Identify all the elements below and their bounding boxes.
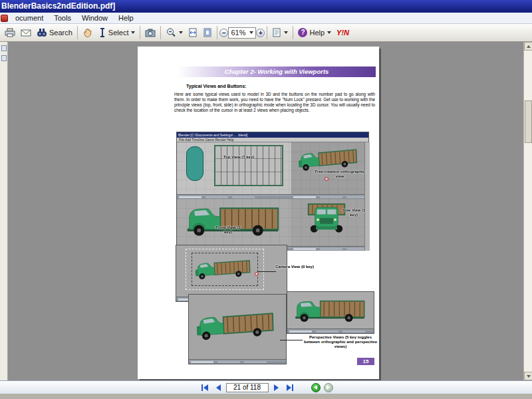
- zoom-increase-button[interactable]: +: [256, 29, 265, 37]
- truck-perspective-view: [194, 304, 279, 348]
- truck-orthographic-view: [291, 296, 368, 325]
- select-tool-button[interactable]: Select: [96, 25, 138, 41]
- toolbar: Search Select − 61% +: [0, 24, 532, 42]
- page-layout-icon: [272, 27, 281, 38]
- scroll-up-button[interactable]: [524, 42, 532, 51]
- printer-icon: [5, 27, 15, 38]
- caption-free-rotation: Free-rotation orthographic view: [311, 170, 368, 179]
- toolbar-separator: [293, 26, 293, 39]
- zoom-decrease-button[interactable]: −: [219, 29, 228, 37]
- next-page-icon: [273, 384, 281, 392]
- next-view-icon: [325, 384, 331, 390]
- viewport-header: [291, 194, 364, 199]
- annotation-line: [257, 271, 276, 272]
- caption-perspective-views: Perspective Views (5 key toggles between…: [301, 335, 380, 349]
- toolbar-separator: [267, 26, 267, 39]
- yahoo-toolbar-button[interactable]: Y!N: [334, 25, 352, 41]
- bookmarks-tab[interactable]: [1, 45, 7, 51]
- search-icon: [37, 27, 47, 38]
- email-icon: [21, 27, 31, 38]
- scrollbar-thumb[interactable]: [525, 100, 532, 143]
- pdf-document-icon: [1, 15, 8, 22]
- toolbar-separator: [160, 26, 161, 39]
- menu-help[interactable]: Help: [113, 13, 139, 23]
- blender-screenshot-perspective-left: [188, 294, 287, 364]
- document-area: Chapter 2- Working with Viewports Typica…: [0, 42, 532, 380]
- page-number-badge: 15: [357, 358, 374, 365]
- fit-width-button[interactable]: [186, 25, 200, 41]
- vertical-scrollbar[interactable]: [523, 42, 532, 380]
- scroll-down-button[interactable]: [524, 372, 532, 380]
- fit-page-button[interactable]: [200, 25, 215, 41]
- caption-top-view: Top View (7 key): [222, 155, 255, 160]
- previous-view-icon: [313, 384, 319, 390]
- next-page-button[interactable]: [272, 382, 281, 393]
- toolbar-separator: [140, 26, 140, 39]
- hand-icon: [82, 27, 93, 38]
- page-number-field[interactable]: [226, 383, 269, 392]
- truck-front-view: [306, 200, 347, 240]
- menu-document[interactable]: ocument: [10, 13, 49, 23]
- fit-width-icon: [188, 27, 198, 38]
- truck-bed-top-view: [214, 145, 283, 186]
- help-label: Help: [309, 29, 325, 37]
- viewport-header: [189, 359, 286, 364]
- caption-camera-view: Camera View (0 key): [275, 265, 315, 269]
- yahoo-logo: Y!N: [336, 29, 349, 37]
- select-label: Select: [108, 29, 129, 37]
- annotation-line: [280, 340, 303, 340]
- blender-screenshot-quad-views: Blender:[C:\Documents and Settings\ ... …: [176, 132, 369, 250]
- camera-icon: [145, 27, 156, 38]
- viewport-top-view: [177, 142, 291, 199]
- section-title: Typical Views and Buttons:: [186, 84, 246, 88]
- body-paragraph: Here are some typical views used to mode…: [174, 92, 375, 113]
- fit-page-icon: [203, 27, 212, 38]
- menu-tools[interactable]: Tools: [49, 13, 76, 23]
- viewport-header: [287, 329, 374, 333]
- email-button[interactable]: [18, 25, 34, 41]
- navigation-pane-strip: [0, 42, 8, 380]
- acrobat-window: BlenderBasics2ndEdition.pdf] ocument Too…: [0, 0, 532, 399]
- previous-view-button[interactable]: [311, 383, 321, 392]
- 3d-cursor: [255, 272, 259, 276]
- first-page-icon: [200, 384, 209, 392]
- pdf-page: Chapter 2- Working with Viewports Typica…: [138, 47, 379, 379]
- chevron-down-icon: [327, 31, 331, 34]
- caption-front-view: Front View (1 key): [211, 225, 245, 235]
- hand-tool-button[interactable]: [80, 25, 96, 41]
- window-title: BlenderBasics2ndEdition.pdf]: [1, 1, 115, 11]
- search-button[interactable]: Search: [34, 25, 75, 41]
- viewport-header: [291, 246, 364, 251]
- toolbar-separator: [217, 26, 217, 39]
- zoom-out-icon: [166, 27, 176, 38]
- blender-menubar: File Add Timeline Game Render Help: [177, 138, 368, 142]
- page-navigation-bar: [0, 380, 532, 394]
- truck-camera-view: [193, 253, 253, 285]
- help-button[interactable]: ? Help: [295, 25, 334, 41]
- viewport-side-view: [291, 199, 364, 251]
- first-page-button[interactable]: [200, 382, 210, 393]
- blender-side-panel: [364, 142, 370, 251]
- zoom-out-tool-button[interactable]: [163, 25, 186, 41]
- last-page-button[interactable]: [285, 382, 295, 393]
- next-view-button[interactable]: [324, 383, 333, 392]
- previous-page-icon: [214, 384, 222, 392]
- viewport-front-view: [177, 199, 291, 251]
- last-page-icon: [285, 384, 295, 392]
- blender-screenshot-perspective-right: [287, 291, 374, 334]
- zoom-level-combobox[interactable]: 61%: [228, 27, 256, 39]
- window-bottom-edge: [0, 394, 532, 399]
- zoom-level-value: 61%: [231, 29, 245, 37]
- snapshot-button[interactable]: [142, 25, 158, 41]
- toolbar-separator: [77, 26, 78, 39]
- print-button[interactable]: [2, 25, 18, 41]
- chevron-down-icon: [284, 31, 288, 34]
- menu-window[interactable]: Window: [76, 13, 113, 23]
- pages-tab[interactable]: [1, 55, 7, 61]
- previous-page-button[interactable]: [213, 382, 223, 393]
- viewport-header: [177, 194, 291, 199]
- caption-side-view: Side View (3 key): [338, 208, 370, 217]
- blender-titlebar: Blender:[C:\Documents and Settings\ ... …: [177, 132, 368, 138]
- page-display-button[interactable]: [269, 25, 291, 41]
- truck-cab-top-view: [186, 146, 203, 181]
